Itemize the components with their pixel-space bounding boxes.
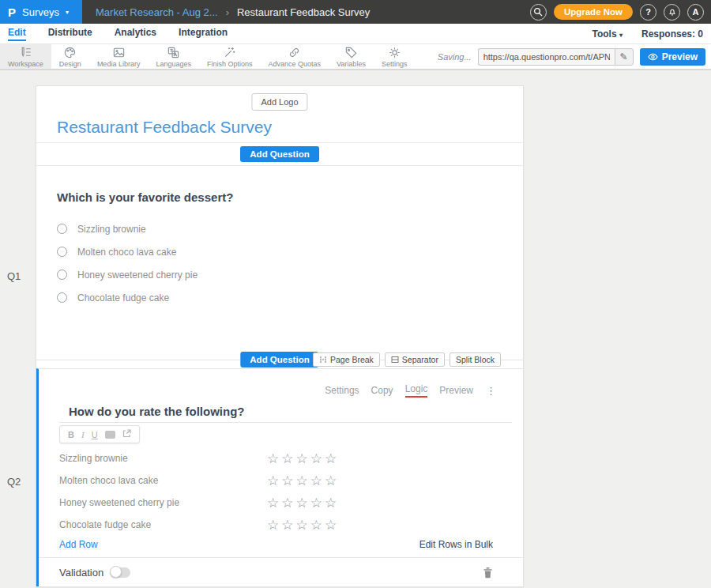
answer-option-label[interactable]: Molten choco lava cake: [77, 247, 176, 258]
preview-button[interactable]: Preview: [640, 48, 705, 66]
kebab-menu-icon[interactable]: ⋮: [486, 385, 496, 397]
toolbar-item-label: Finish Options: [207, 60, 253, 68]
search-button[interactable]: [530, 4, 547, 21]
survey-title[interactable]: Restaurant Feedback Survey: [57, 118, 272, 137]
toggle-knob: [110, 566, 122, 578]
bold-button[interactable]: B: [68, 430, 74, 439]
validation-toggle[interactable]: [110, 567, 130, 578]
insert-image-icon[interactable]: [105, 431, 115, 439]
saving-status: Saving...: [438, 52, 472, 62]
toolbar-item-variables[interactable]: Variables: [329, 44, 374, 69]
help-button[interactable]: ?: [640, 4, 656, 21]
question-1-block[interactable]: Which is your favorite dessert? Sizzling…: [36, 166, 523, 351]
eye-icon: [648, 53, 658, 61]
rating-row-label[interactable]: Molten choco lava cake: [59, 475, 267, 486]
chevron-down-icon: ▾: [619, 32, 623, 39]
preview-label: Preview: [662, 51, 698, 62]
radio-icon[interactable]: [57, 224, 67, 234]
toolbar-item-finish-options[interactable]: Finish Options: [199, 44, 261, 69]
responses-count[interactable]: Responses: 0: [641, 28, 703, 40]
survey-canvas: Q1 Q2 Add Logo Restaurant Feedback Surve…: [0, 70, 711, 587]
rating-row-label[interactable]: Sizzling brownie: [59, 453, 267, 464]
translate-icon: [167, 46, 180, 59]
external-link-icon: [122, 429, 131, 438]
add-question-button[interactable]: Add Question: [240, 146, 318, 162]
separator-button[interactable]: Separator: [385, 352, 445, 367]
answer-option[interactable]: Chocolate fudge cake: [57, 286, 523, 309]
separator-icon: [391, 356, 399, 364]
question-number-q1: Q1: [7, 270, 21, 282]
trash-icon: [483, 567, 493, 579]
star-rating-icons[interactable]: ☆☆☆☆☆: [267, 452, 339, 466]
answer-option[interactable]: Honey sweetened cherry pie: [57, 263, 523, 286]
toolbar-item-advance-quotas[interactable]: Advance Quotas: [260, 44, 329, 69]
open-editor-button[interactable]: [122, 429, 131, 439]
workspace-icon: [19, 46, 32, 59]
toolbar-item-label: Media Library: [97, 60, 141, 68]
toolbar-item-media-library[interactable]: Media Library: [89, 44, 149, 69]
add-question-row-top: Add Question: [36, 143, 523, 165]
upgrade-now-button[interactable]: Upgrade Now: [554, 4, 633, 20]
answer-option-label[interactable]: Honey sweetened cherry pie: [77, 270, 198, 281]
radio-icon[interactable]: [57, 247, 67, 257]
tab-analytics[interactable]: Analytics: [115, 27, 156, 41]
page-break-button[interactable]: Page Break: [313, 352, 380, 367]
answer-option-label[interactable]: Chocolate fudge cake: [77, 292, 169, 303]
toolbar-item-label: Workspace: [8, 60, 43, 68]
toolbar-item-label: Variables: [337, 60, 366, 68]
tools-menu[interactable]: Tools ▾: [592, 28, 623, 40]
underline-button[interactable]: U: [92, 430, 98, 439]
add-question-button[interactable]: Add Question: [240, 352, 318, 368]
toolbar-item-settings[interactable]: Settings: [374, 44, 416, 69]
star-rating-icons[interactable]: ☆☆☆☆☆: [267, 474, 339, 488]
toolbar-item-label: Advance Quotas: [268, 60, 321, 68]
star-rating-icons[interactable]: ☆☆☆☆☆: [267, 496, 339, 510]
split-block-button[interactable]: Split Block: [450, 352, 501, 367]
subnav-right: Tools ▾ Responses: 0: [592, 28, 711, 40]
rating-row-label[interactable]: Chocolate fudge cake: [59, 519, 267, 530]
chevron-down-icon: ▾: [66, 9, 69, 16]
breadcrumb-survey-name[interactable]: Restaurant Feedback Survey: [237, 6, 370, 18]
surveys-menu[interactable]: P Surveys ▾: [0, 0, 82, 24]
italic-button[interactable]: I: [81, 430, 85, 439]
radio-icon[interactable]: [57, 292, 67, 303]
answer-option-label[interactable]: Sizzling brownie: [77, 224, 146, 235]
edit-rows-in-bulk-button[interactable]: Edit Rows in Bulk: [419, 539, 493, 550]
top-bar: P Surveys ▾ Market Research - Aug 2... ›…: [0, 0, 711, 24]
tab-distribute[interactable]: Distribute: [48, 27, 92, 41]
survey-url-input[interactable]: [478, 48, 615, 66]
radio-icon[interactable]: [57, 270, 67, 280]
breadcrumb: Market Research - Aug 2... › Restaurant …: [96, 6, 370, 18]
link-icon: [288, 46, 301, 59]
account-avatar[interactable]: A: [687, 4, 704, 21]
question-2-title-field[interactable]: How do you rate the following?: [59, 405, 512, 423]
answer-option[interactable]: Molten choco lava cake: [57, 240, 523, 263]
question-preview-button[interactable]: Preview: [439, 385, 473, 396]
tab-integration[interactable]: Integration: [179, 27, 228, 41]
surveys-label: Surveys: [22, 6, 59, 18]
pencil-icon: ✎: [620, 51, 628, 62]
add-row-button[interactable]: Add Row: [59, 539, 98, 550]
answer-option[interactable]: Sizzling brownie: [57, 217, 523, 240]
question-2-text[interactable]: How do you rate the following?: [69, 405, 245, 418]
toolbar-item-workspace[interactable]: Workspace: [0, 44, 51, 69]
tab-edit[interactable]: Edit: [8, 27, 26, 41]
edit-url-button[interactable]: ✎: [615, 48, 634, 66]
question-2-block[interactable]: Settings Copy Logic Preview ⋮ How do you…: [36, 368, 523, 586]
breadcrumb-folder[interactable]: Market Research - Aug 2...: [96, 6, 218, 18]
question-settings-button[interactable]: Settings: [325, 385, 359, 396]
toolbar-item-languages[interactable]: Languages: [148, 44, 199, 69]
page-break-icon: [319, 356, 327, 364]
toolbar-item-design[interactable]: Design: [51, 44, 89, 69]
rating-row-label[interactable]: Honey sweetened cherry pie: [59, 497, 267, 508]
question-1-text[interactable]: Which is your favorite dessert?: [57, 190, 523, 204]
star-rating-icons[interactable]: ☆☆☆☆☆: [267, 518, 339, 532]
question-copy-button[interactable]: Copy: [371, 385, 393, 396]
rating-rows: Sizzling brownie ☆☆☆☆☆ Molten choco lava…: [39, 447, 523, 536]
notifications-button[interactable]: [664, 4, 680, 21]
question-logic-button[interactable]: Logic: [405, 383, 428, 398]
wand-icon: [223, 46, 236, 59]
add-logo-button[interactable]: Add Logo: [251, 93, 307, 111]
survey-nav: Edit Distribute Analytics Integration To…: [0, 24, 711, 44]
delete-question-button[interactable]: [483, 567, 493, 579]
